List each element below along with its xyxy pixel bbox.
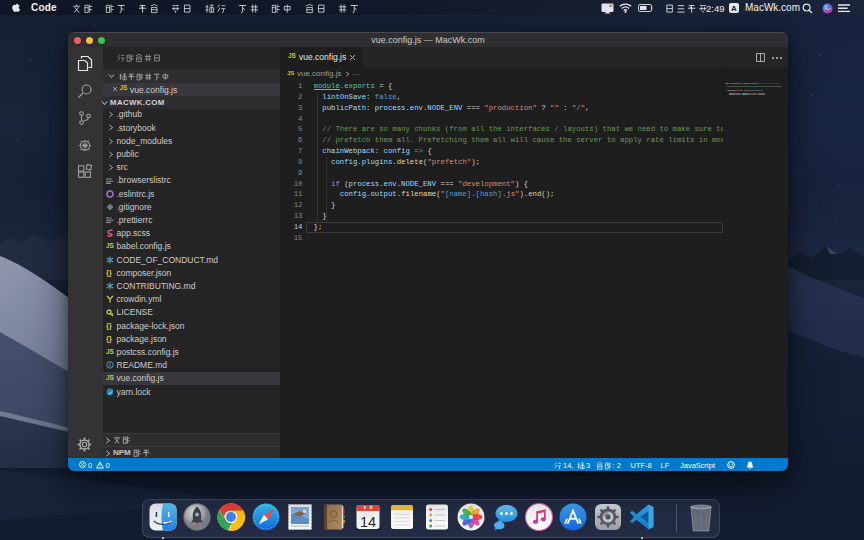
svg-text:A: A — [731, 4, 737, 13]
svg-text:14: 14 — [360, 514, 376, 530]
